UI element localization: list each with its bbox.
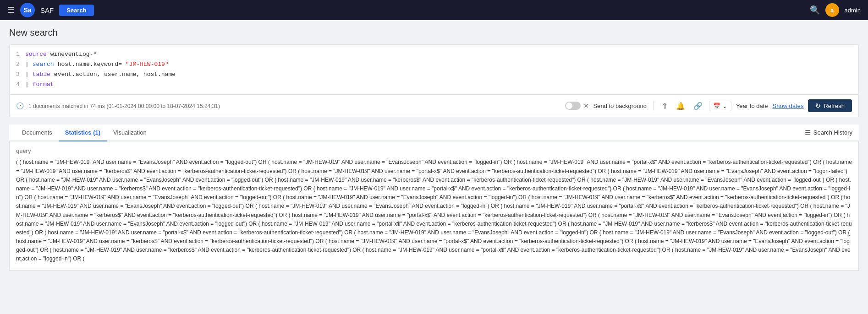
line-number: 4 [16,80,22,90]
user-avatar[interactable]: a [825,3,839,17]
app-name: SAF [40,6,54,14]
query-section-label: query [16,148,852,154]
pipe-symbol: | [25,60,29,70]
line-number: 3 [16,70,22,80]
refresh-button[interactable]: ↻ Refresh [808,99,852,112]
tab-statistics[interactable]: Statistics (1) [59,125,107,141]
content-area: query ( ( host.name = "JM-HEW-019" AND u… [9,141,859,270]
toggle-close-icon[interactable]: ✕ [583,102,589,109]
pipe-symbol: | [25,70,29,80]
query-editor[interactable]: 1 source wineventlog-* 2 | search host.n… [9,44,859,95]
send-to-background-toggle-wrap: ✕ [565,102,589,110]
link-icon[interactable]: 🔗 [692,101,704,111]
year-to-date-label: Year to date [736,103,768,109]
keyword-table: table [33,70,50,80]
calendar-dropdown[interactable]: 📅 ⌄ [709,101,731,111]
query-line-3: 3 | table event.action, user.name, host.… [16,70,852,80]
notification-icon[interactable]: 🔔 [674,101,687,111]
query-line-1: 1 source wineventlog-* [16,49,852,60]
search-nav-button[interactable]: Search [59,5,93,16]
list-icon: ☰ [805,129,811,137]
page-title: New search [9,27,859,38]
table-fields: event.action, user.name, host.name [54,70,176,80]
calendar-icon: 📅 [713,103,720,109]
keyword-search: search [33,60,54,70]
query-field: host.name.keyword= [58,60,122,70]
search-history-label: Search History [813,129,852,136]
query-line-4: 4 | format [16,80,852,90]
show-dates-button[interactable]: Show dates [773,103,804,109]
toggle-knob [566,103,572,109]
line-number: 2 [16,60,22,70]
pipe-symbol: | [25,80,29,90]
share-icon[interactable]: ⇧ [660,101,670,111]
line-number: 1 [16,49,22,60]
tabs-bar: Documents Statistics (1) Visualization ☰… [9,125,859,141]
results-bar: 🕐 1 documents matched in 74 ms (01-01-20… [9,95,859,117]
query-line-2: 2 | search host.name.keyword= "JM-HEW-01… [16,60,852,70]
divider [653,101,654,110]
background-toggle[interactable] [565,102,581,110]
global-search-icon[interactable]: 🔍 [810,5,820,15]
query-value: "JM-HEW-019" [126,60,169,70]
refresh-label: Refresh [824,103,845,109]
search-history-button[interactable]: ☰ Search History [805,125,852,141]
tab-documents[interactable]: Documents [16,125,59,141]
send-to-background-label: Send to background [593,103,647,109]
app-logo: Sa [20,3,35,17]
results-date-range: (01-01-2024 00:00:00 to 18-07-2024 15:24… [106,103,220,109]
calendar-chevron: ⌄ [722,103,727,109]
results-count: 1 documents matched in 74 ms (01-01-2024… [28,103,220,109]
hamburger-menu-icon[interactable]: ☰ [7,5,15,15]
clock-icon: 🕐 [16,102,24,109]
tab-visualization[interactable]: Visualization [107,125,153,141]
keyword-source: source [25,49,47,60]
query-result-text: ( ( host.name = "JM-HEW-019" AND user.na… [16,158,852,263]
username-label: admin [845,7,861,14]
query-source-value: wineventlog-* [50,49,97,60]
refresh-icon: ↻ [815,102,821,109]
keyword-format: format [33,80,54,90]
